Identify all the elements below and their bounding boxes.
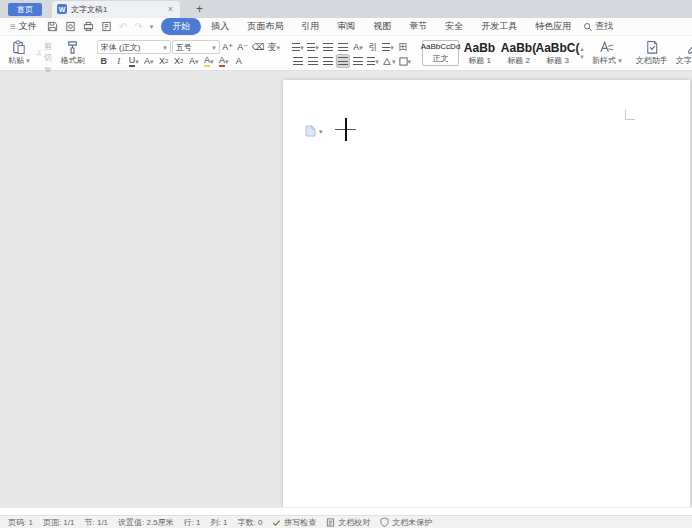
- grow-font-button[interactable]: A⁺: [221, 40, 235, 54]
- tab-developer-tools[interactable]: 开发工具: [473, 18, 525, 35]
- change-case-caret-icon: ▾: [276, 44, 280, 51]
- search-icon: [583, 22, 593, 32]
- increase-indent-button[interactable]: [336, 40, 350, 54]
- format-painter-button[interactable]: 格式刷: [57, 38, 89, 68]
- shrink-font-button[interactable]: A⁻: [236, 40, 250, 54]
- char-border-caret-icon: ▾: [150, 58, 154, 65]
- tab-section[interactable]: 章节: [401, 18, 435, 35]
- italic-button[interactable]: I: [112, 54, 126, 68]
- paragraph-group: ▾ ▾ A▾ 引 ▾ 田 ▾ ▾ ▾: [289, 38, 414, 68]
- proofread-label: 文档校对: [338, 517, 370, 528]
- subscript-button[interactable]: X2: [172, 54, 186, 68]
- tab-security[interactable]: 安全: [437, 18, 471, 35]
- doc-assistant-label: 文档助手: [636, 55, 668, 66]
- paste-caret-icon: ▾: [26, 57, 30, 64]
- shading-button[interactable]: ▾: [381, 54, 397, 68]
- proofread-toggle[interactable]: 文档校对: [326, 517, 370, 528]
- borders-icon: [399, 57, 408, 66]
- show-marks-button[interactable]: ▾: [381, 40, 395, 54]
- home-button[interactable]: 首页: [8, 3, 42, 16]
- align-left-button[interactable]: [291, 54, 305, 68]
- text-tools-button[interactable]: 文字工具 ▾: [672, 38, 692, 68]
- font-size-select[interactable]: 五号 ▾: [172, 40, 220, 54]
- output-pdf-icon[interactable]: [101, 21, 112, 32]
- new-style-button[interactable]: 新样式 ▾: [588, 38, 626, 68]
- change-case-button[interactable]: 变▾: [266, 40, 281, 54]
- qat-customize-icon[interactable]: ▾: [150, 23, 154, 30]
- align-right-button[interactable]: [321, 54, 335, 68]
- new-tab-button[interactable]: +: [192, 2, 207, 16]
- underline-caret-icon: ▾: [135, 58, 139, 65]
- line-spacing-caret-icon: ▾: [375, 58, 379, 65]
- phonetic-guide-button[interactable]: A▾: [187, 54, 201, 68]
- tab-insert[interactable]: 插入: [203, 18, 237, 35]
- borders-button[interactable]: ▾: [398, 54, 413, 68]
- tab-special-apps[interactable]: 特色应用: [527, 18, 579, 35]
- clear-format-button[interactable]: ⌫: [251, 40, 266, 54]
- tab-references[interactable]: 引用: [293, 18, 327, 35]
- line-spacing-icon: [367, 57, 375, 65]
- proofread-icon: [326, 518, 335, 527]
- align-right-icon: [323, 57, 333, 65]
- save-icon[interactable]: [47, 21, 58, 32]
- printer-icon[interactable]: [83, 21, 94, 32]
- redo-icon[interactable]: ↷: [134, 21, 142, 32]
- insert-table-button[interactable]: 田: [396, 40, 410, 54]
- font-name-select[interactable]: 宋体 (正文) ▾: [97, 40, 171, 54]
- file-menu[interactable]: ≡ 文件: [10, 20, 37, 33]
- styles-gallery-scroll[interactable]: ▲ ▼: [578, 40, 586, 66]
- numbering-caret-icon: ▾: [315, 44, 319, 51]
- cut-copy-stack: 剪切 复制: [34, 38, 57, 68]
- increase-indent-icon: [338, 43, 348, 51]
- underline-button[interactable]: U▾: [127, 54, 141, 68]
- align-center-button[interactable]: [306, 54, 320, 68]
- document-tab[interactable]: W 文字文稿1 ×: [52, 1, 180, 18]
- tab-view[interactable]: 视图: [365, 18, 399, 35]
- char-border-button[interactable]: A▾: [142, 54, 156, 68]
- cut-label: 剪切: [44, 41, 55, 63]
- smart-tag-button[interactable]: ▾: [305, 125, 323, 137]
- horizontal-scrollbar-track[interactable]: [0, 507, 692, 515]
- document-page[interactable]: ▾: [283, 80, 690, 507]
- status-bar: 页码: 1 页面: 1/1 节: 1/1 设置值: 2.5厘米 行: 1 列: …: [0, 515, 692, 528]
- search-button[interactable]: 查找: [583, 20, 613, 33]
- tab-page-layout[interactable]: 页面布局: [239, 18, 291, 35]
- gallery-scroll-down-icon[interactable]: ▼: [579, 54, 585, 60]
- align-center-icon: [308, 57, 318, 65]
- style-heading1[interactable]: AaBb 标题 1: [461, 40, 498, 66]
- tab-home[interactable]: 开始: [161, 18, 201, 35]
- style-normal[interactable]: AaBbCcDd 正文: [422, 40, 459, 66]
- decrease-indent-button[interactable]: [321, 40, 335, 54]
- cut-button[interactable]: 剪切: [34, 40, 57, 64]
- wrench-icon: [687, 40, 692, 55]
- superscript-button[interactable]: X2: [157, 54, 171, 68]
- font-color-button[interactable]: A▾: [217, 54, 231, 68]
- char-shading-button[interactable]: A: [232, 54, 246, 68]
- status-word-count[interactable]: 字数: 0: [237, 517, 262, 528]
- bullets-button[interactable]: ▾: [291, 40, 305, 54]
- protection-toggle[interactable]: 文档未保护: [380, 517, 432, 528]
- undo-icon[interactable]: ↶: [119, 21, 127, 32]
- gallery-scroll-up-icon[interactable]: ▲: [579, 46, 585, 52]
- text-direction-button[interactable]: A▾: [351, 40, 365, 54]
- numbering-button[interactable]: ▾: [306, 40, 320, 54]
- text-cursor: [345, 118, 347, 141]
- align-left-icon: [293, 57, 303, 65]
- style-heading2[interactable]: AaBb( 标题 2: [500, 40, 537, 66]
- style-heading1-preview: AaBb: [464, 41, 495, 55]
- style-heading3[interactable]: AaBbC( 标题 3: [539, 40, 576, 66]
- highlight-button[interactable]: A▾: [202, 54, 216, 68]
- justify-button[interactable]: [336, 54, 350, 68]
- tab-review[interactable]: 审阅: [329, 18, 363, 35]
- paste-button[interactable]: 粘贴 ▾: [4, 38, 34, 68]
- format-painter-label: 格式刷: [61, 55, 85, 66]
- distribute-button[interactable]: [351, 54, 365, 68]
- tab-close-icon[interactable]: ×: [166, 4, 175, 14]
- line-spacing-button[interactable]: ▾: [366, 54, 380, 68]
- bold-button[interactable]: B: [97, 54, 111, 68]
- sort-button[interactable]: 引: [366, 40, 380, 54]
- spellcheck-toggle[interactable]: 拼写检查: [272, 517, 316, 528]
- document-canvas[interactable]: ▾: [0, 72, 692, 507]
- print-preview-icon[interactable]: [65, 21, 76, 32]
- doc-assistant-button[interactable]: 文档助手: [632, 38, 672, 68]
